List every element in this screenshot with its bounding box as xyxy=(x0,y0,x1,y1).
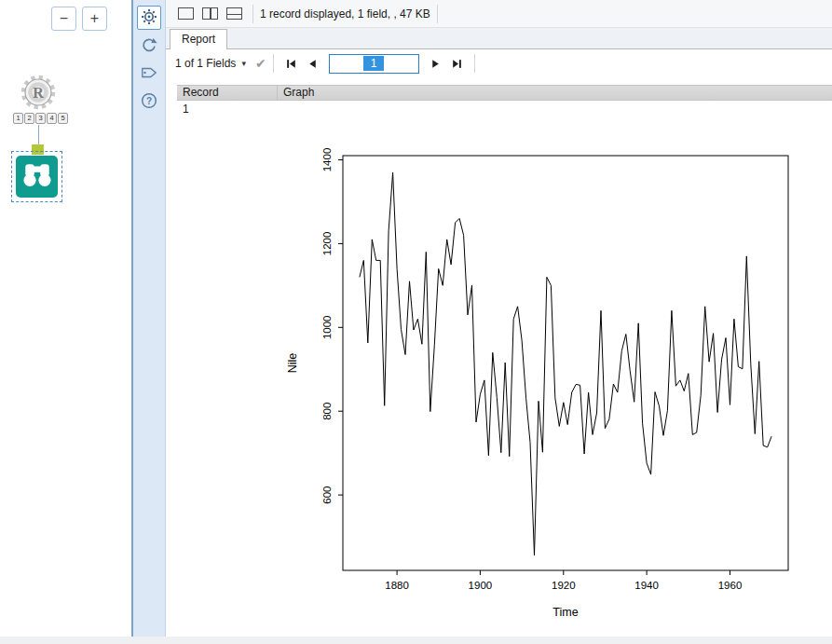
svg-text:1000: 1000 xyxy=(321,316,333,340)
r-tool-node[interactable]: R xyxy=(19,73,75,115)
nile-plot: 18801900192019401960600800100012001400Ti… xyxy=(278,109,799,631)
results-tabbar: Report xyxy=(166,28,832,49)
r-tool-anchor[interactable]: 4 xyxy=(47,113,57,124)
fields-dropdown-label: 1 of 1 Fields xyxy=(175,57,236,70)
toolbar-separator xyxy=(474,54,475,73)
first-record-button[interactable] xyxy=(285,58,297,70)
horizontal-split-icon xyxy=(226,7,242,20)
zoom-in-button[interactable]: + xyxy=(82,7,107,31)
refresh-icon xyxy=(141,36,157,56)
single-pane-icon xyxy=(178,7,194,20)
svg-text:R: R xyxy=(33,85,44,101)
chevron-down-icon: ▾ xyxy=(241,59,246,68)
workflow-canvas[interactable]: − + R 1 2 3 4 5 xyxy=(0,0,131,637)
svg-text:1200: 1200 xyxy=(321,232,333,256)
r-tool-anchor[interactable]: 1 xyxy=(13,113,23,124)
toolbar-separator xyxy=(252,5,253,23)
report-grid: Record Graph 1 1880190019201940196060080… xyxy=(177,85,832,631)
record-number-input[interactable]: 1 xyxy=(329,54,419,74)
browse-tool-node[interactable] xyxy=(16,156,58,198)
r-tool-anchor[interactable]: 5 xyxy=(58,113,68,124)
tag-icon xyxy=(141,64,157,84)
question-icon: ? xyxy=(141,92,157,112)
svg-text:Nile: Nile xyxy=(286,353,299,374)
column-header-graph[interactable]: Graph xyxy=(278,86,832,100)
svg-text:600: 600 xyxy=(321,486,333,504)
column-header-record[interactable]: Record xyxy=(177,86,278,100)
status-text: 1 record displayed, 1 field, , 47 KB xyxy=(260,7,430,21)
record-cell[interactable]: 1 xyxy=(177,101,278,631)
configuration-button[interactable] xyxy=(137,6,161,30)
r-tool-anchor[interactable]: 3 xyxy=(35,113,46,124)
apply-check-icon[interactable]: ✔ xyxy=(255,56,266,71)
next-record-button[interactable] xyxy=(430,58,442,70)
workflow-button[interactable] xyxy=(137,34,161,58)
svg-text:1960: 1960 xyxy=(718,580,743,591)
results-toolbar: 1 record displayed, 1 field, , 47 KB xyxy=(166,0,832,28)
next-record-icon xyxy=(430,58,442,70)
previous-record-button[interactable] xyxy=(307,58,319,70)
graph-cell: 18801900192019401960600800100012001400Ti… xyxy=(278,101,832,631)
svg-text:1940: 1940 xyxy=(634,580,659,591)
record-nav-toolbar: 1 of 1 Fields ▾ ✔ 1 xyxy=(166,49,832,77)
grid-header: Record Graph xyxy=(177,85,832,101)
svg-text:800: 800 xyxy=(321,403,333,420)
last-record-button[interactable] xyxy=(451,58,463,70)
record-number-value: 1 xyxy=(363,56,385,71)
svg-text:Time: Time xyxy=(552,606,578,619)
toolbar-separator xyxy=(437,5,438,23)
table-row: 1 18801900192019401960600800100012001400… xyxy=(177,101,832,631)
help-button[interactable]: ? xyxy=(137,89,161,114)
svg-text:?: ? xyxy=(146,95,152,105)
last-record-icon xyxy=(451,58,463,70)
annotation-button[interactable] xyxy=(137,62,161,86)
tab-report[interactable]: Report xyxy=(170,29,227,49)
connection-line xyxy=(38,125,39,146)
layout-horizontal-button[interactable] xyxy=(222,3,246,25)
results-panel: 1 record displayed, 1 field, , 47 KB Rep… xyxy=(166,0,832,637)
toolbar-separator xyxy=(273,54,274,73)
svg-text:1900: 1900 xyxy=(469,580,493,591)
binoculars-icon xyxy=(21,159,53,194)
alteryx-window: − + R 1 2 3 4 5 xyxy=(0,0,832,637)
svg-text:1400: 1400 xyxy=(321,148,333,172)
config-toolbar: ? xyxy=(133,0,166,637)
previous-record-icon xyxy=(307,58,319,70)
vertical-split-icon xyxy=(202,7,218,20)
r-tool-anchor[interactable]: 2 xyxy=(24,113,34,124)
gear-icon xyxy=(141,8,157,28)
zoom-out-button[interactable]: − xyxy=(51,7,76,31)
layout-vertical-button[interactable] xyxy=(198,3,222,25)
svg-text:1880: 1880 xyxy=(385,580,409,591)
r-tool-output-anchors: 1 2 3 4 5 xyxy=(13,113,68,124)
layout-single-button[interactable] xyxy=(173,3,198,25)
fields-dropdown[interactable]: 1 of 1 Fields ▾ xyxy=(175,57,246,70)
first-record-icon xyxy=(285,58,297,70)
svg-text:1920: 1920 xyxy=(552,580,576,591)
